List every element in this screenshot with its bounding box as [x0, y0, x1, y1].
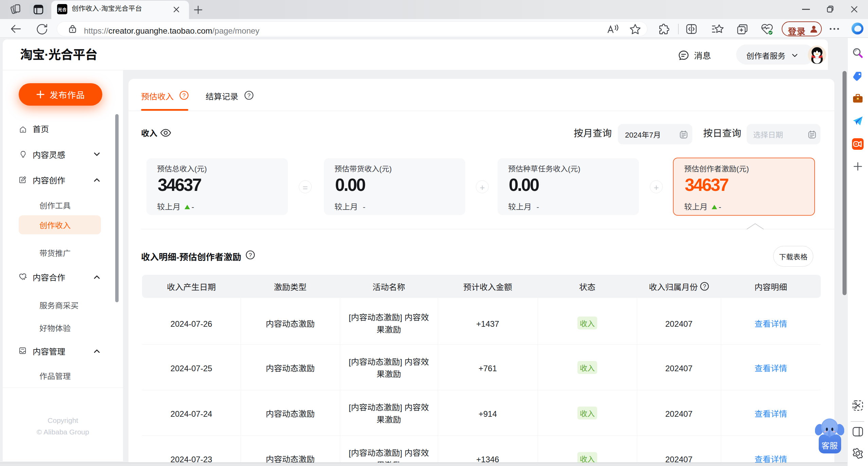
svg-text:客服: 客服 — [821, 439, 838, 451]
svg-text:?: ? — [183, 92, 186, 99]
svg-text:?: ? — [249, 252, 252, 258]
svg-text:?: ? — [247, 92, 250, 99]
svg-text:?: ? — [703, 283, 706, 289]
